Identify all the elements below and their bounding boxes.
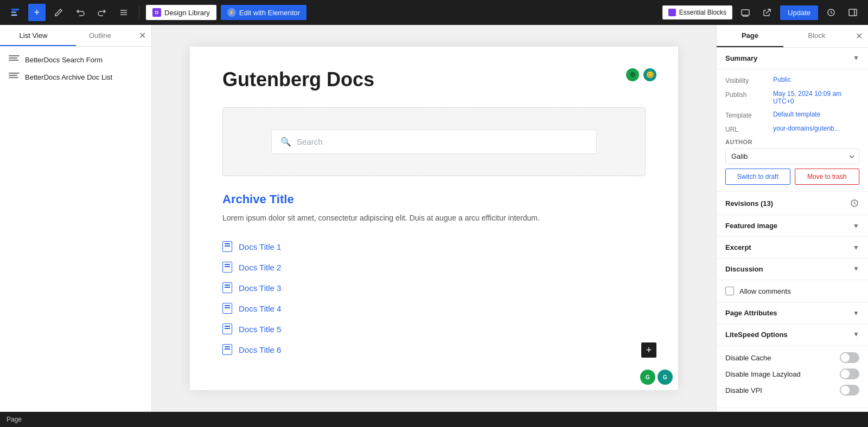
author-select[interactable]: Galib xyxy=(725,148,859,164)
topbar-right: Essential Blocks Update xyxy=(662,4,861,21)
page-title: Gutenberg Docs xyxy=(222,68,646,91)
tab-block[interactable]: Block xyxy=(783,25,850,47)
disable-vpi-knob xyxy=(841,386,850,394)
disable-cache-toggle[interactable] xyxy=(840,352,859,363)
search-icon: 🔍 xyxy=(280,137,291,147)
move-trash-button[interactable]: Move to trash xyxy=(795,169,860,185)
doc-item[interactable]: Docs Title 2 xyxy=(222,257,646,277)
sidebar-item-archive-doc[interactable]: BetterDocs Archive Doc List xyxy=(0,68,151,86)
doc-item[interactable]: Docs Title 6 xyxy=(222,340,646,359)
sidebar-toggle-button[interactable] xyxy=(844,4,861,21)
disable-cache-label: Disable Cache xyxy=(725,354,771,362)
bottom-bar: Page xyxy=(0,412,868,427)
list-icon xyxy=(9,73,20,81)
url-label: URL xyxy=(725,125,769,133)
main-layout: List View Outline ✕ BetterDocs Search Fo… xyxy=(0,25,868,412)
add-block-button[interactable]: + xyxy=(28,4,46,21)
add-block-canvas-button[interactable]: + xyxy=(641,342,656,358)
search-placeholder: Search xyxy=(297,137,323,146)
tab-page[interactable]: Page xyxy=(717,25,783,47)
revisions-label: Revisions (13) xyxy=(725,199,773,208)
disable-image-lazyload-toggle[interactable] xyxy=(840,368,859,379)
revisions-clock-icon xyxy=(850,198,859,208)
update-button[interactable]: Update xyxy=(780,5,818,20)
excerpt-label: Excerpt xyxy=(725,243,751,251)
doc-item[interactable]: Docs Title 3 xyxy=(222,278,646,297)
doc-icon xyxy=(222,262,232,273)
tab-list-view[interactable]: List View xyxy=(0,25,67,46)
disable-cache-row: Disable Cache xyxy=(725,352,859,363)
discussion-title: Discussion xyxy=(725,265,763,273)
template-row: Template Default template xyxy=(725,111,859,119)
summary-section-header[interactable]: Summary ▲ xyxy=(717,48,868,69)
sidebar-item-archive-label: BetterDocs Archive Doc List xyxy=(25,73,112,81)
doc-icon xyxy=(222,303,232,314)
sidebar-close-button[interactable]: ✕ xyxy=(133,25,151,46)
excerpt-section-header[interactable]: Excerpt ▼ xyxy=(717,237,868,258)
preview-button[interactable] xyxy=(737,4,754,21)
disable-image-lazyload-label: Disable Image Lazyload xyxy=(725,370,801,378)
litespeed-title: LiteSpeed Options xyxy=(725,331,788,339)
search-box: 🔍 Search xyxy=(271,130,597,154)
allow-comments-checkbox[interactable] xyxy=(725,287,734,295)
sidebar-item-search-form[interactable]: BetterDocs Search Form xyxy=(0,51,151,68)
right-sidebar: Page Block ✕ Summary ▲ Visibility Public… xyxy=(716,25,868,412)
summary-title: Summary xyxy=(725,54,757,62)
tab-outline[interactable]: Outline xyxy=(67,25,133,46)
essential-blocks-button[interactable]: Essential Blocks xyxy=(662,5,732,20)
bottom-avatars: G G xyxy=(640,370,673,385)
plugins-button[interactable] xyxy=(822,4,840,21)
menu-button[interactable] xyxy=(115,4,132,21)
sidebar-items: BetterDocs Search Form BetterDocs Archiv… xyxy=(0,47,151,90)
page-attributes-section-header[interactable]: Page Attributes ▼ xyxy=(717,302,868,324)
bottom-bar-label: Page xyxy=(7,416,22,423)
url-value[interactable]: your-domains/gutenb... xyxy=(773,125,840,132)
featured-image-chevron-icon: ▼ xyxy=(853,222,859,230)
discussion-section-header[interactable]: Discussion ▲ xyxy=(717,258,868,280)
avatar-1[interactable]: G xyxy=(640,370,655,385)
visibility-label: Visibility xyxy=(725,76,769,85)
disable-vpi-toggle[interactable] xyxy=(840,385,859,396)
doc-title: Docs Title 2 xyxy=(239,263,281,272)
docs-list: Docs Title 1Docs Title 2Docs Title 3Docs… xyxy=(222,237,646,359)
visibility-row: Visibility Public xyxy=(725,76,859,85)
avatar-2[interactable]: G xyxy=(658,370,673,385)
page-content: Gutenberg Docs ⚙ 😊 🔍 Search Archive Titl… xyxy=(190,47,678,390)
external-link-button[interactable] xyxy=(758,4,776,21)
visibility-value[interactable]: Public xyxy=(773,76,791,83)
edit-icon-button[interactable] xyxy=(50,4,67,21)
switch-draft-button[interactable]: Switch to draft xyxy=(725,169,790,185)
app-logo[interactable] xyxy=(7,4,24,21)
redo-button[interactable] xyxy=(93,4,111,21)
right-sidebar-close[interactable]: ✕ xyxy=(850,25,868,47)
design-library-button[interactable]: D Design Library xyxy=(146,5,216,20)
allow-comments-row: Allow comments xyxy=(725,287,859,295)
discussion-body: Allow comments xyxy=(717,280,868,302)
search-block[interactable]: 🔍 Search xyxy=(222,107,646,176)
doc-item[interactable]: Docs Title 1 xyxy=(222,237,646,256)
doc-title: Docs Title 6 xyxy=(239,345,281,354)
page-attributes-chevron-icon: ▼ xyxy=(853,309,859,317)
summary-chevron-icon: ▲ xyxy=(853,55,859,62)
template-value[interactable]: Default template xyxy=(773,111,820,118)
action-buttons: Switch to draft Move to trash xyxy=(725,169,859,185)
publish-value[interactable]: May 15, 2024 10:09 am UTC+0 xyxy=(773,90,859,105)
elementor-icon: ⚡ xyxy=(227,8,236,17)
excerpt-chevron-icon: ▼ xyxy=(853,244,859,251)
design-library-icon: D xyxy=(152,8,161,17)
litespeed-section-header[interactable]: LiteSpeed Options ▲ xyxy=(717,324,868,346)
discussion-chevron-icon: ▲ xyxy=(853,266,859,273)
svg-rect-1 xyxy=(742,10,749,15)
elementor-button[interactable]: ⚡ Edit with Elementor xyxy=(221,5,307,20)
author-label: AUTHOR xyxy=(725,139,859,145)
revisions-section-header[interactable]: Revisions (13) xyxy=(717,192,868,215)
undo-button[interactable] xyxy=(72,4,89,21)
page-icon-green[interactable]: ⚙ xyxy=(626,68,639,81)
summary-body: Visibility Public Publish May 15, 2024 1… xyxy=(717,69,868,192)
doc-item[interactable]: Docs Title 4 xyxy=(222,299,646,318)
featured-image-section-header[interactable]: Featured image ▼ xyxy=(717,215,868,237)
page-icon-teal[interactable]: 😊 xyxy=(643,68,656,81)
divider xyxy=(139,6,139,19)
doc-item[interactable]: Docs Title 5 xyxy=(222,319,646,339)
sidebar-tabs: List View Outline ✕ xyxy=(0,25,151,47)
